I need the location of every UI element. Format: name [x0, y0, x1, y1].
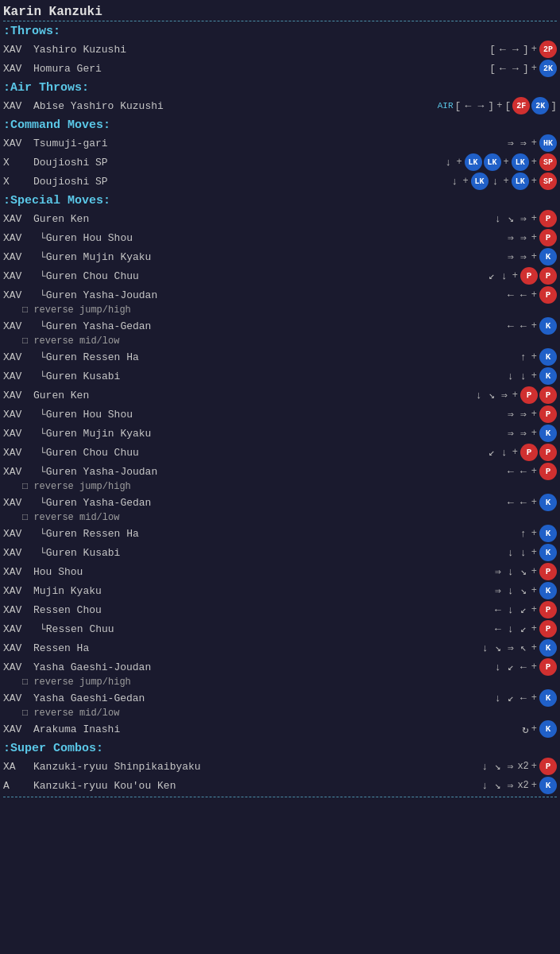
move-name: └Guren Yasha-Joudan — [33, 289, 157, 301]
section-throws: :Throws: XAV Yashiro Kuzushi [ ← → ] + 2… — [3, 25, 557, 78]
btn-P: P — [520, 267, 538, 285]
move-name: └Guren Chou Chuu — [33, 447, 139, 459]
bracket: [ — [489, 44, 496, 56]
move-name: └Guren Chou Chuu — [33, 270, 139, 282]
table-row: XAV└Guren Yasha-Joudan ←←+P — [3, 462, 557, 481]
btn-K: K — [539, 525, 557, 542]
special-moves-header: :Special Moves: — [3, 194, 557, 207]
table-row: XAKanzuki-ryuu Shinpikaibyaku ↓↘⇒ x2 + P — [3, 757, 557, 776]
air-throws-header: :Air Throws: — [3, 81, 557, 95]
table-row: AKanzuki-ryuu Kou'ou Ken ↓↘⇒ x2 + K — [3, 776, 557, 795]
bracket: ] — [523, 63, 529, 75]
btn-K: K — [539, 425, 557, 442]
version: XAV — [3, 100, 33, 112]
version: XAV — [3, 623, 33, 635]
btn-HK: HK — [539, 134, 557, 152]
note: □ reverse jump/high — [3, 677, 557, 688]
bracket: ] — [523, 44, 529, 56]
x2-label: x2 — [517, 780, 528, 791]
table-row: XAV└Ressen Chuu ←↓↙+P — [3, 619, 557, 638]
move-left: XAV Homura Geri — [3, 63, 489, 75]
dir-fwd: → — [510, 63, 521, 75]
move-left: X Doujioshi SP — [3, 176, 449, 188]
move-name: Doujioshi SP — [33, 157, 108, 169]
move-name: └Guren Ressen Ha — [33, 351, 139, 363]
move-name: Abise Yashiro Kuzushi — [33, 100, 164, 112]
btn-K: K — [539, 639, 557, 657]
move-name: └Guren Hou Shou — [33, 232, 133, 244]
move-name: Hou Shou — [33, 566, 83, 578]
version: XAV — [3, 351, 33, 363]
move-input: ↓ + LK ↓ + LK + SP — [449, 173, 557, 190]
version: XAV — [3, 528, 33, 540]
x2-label: x2 — [517, 761, 528, 772]
move-input: ←←+K — [505, 494, 557, 511]
version: XAV — [3, 428, 33, 440]
move-input: ↙↓+PP — [486, 267, 557, 285]
move-input: ↓↘⇒ x2 + P — [479, 758, 557, 775]
btn-2P: 2F — [512, 97, 530, 114]
version: XAV — [3, 497, 33, 509]
btn-K: K — [539, 248, 557, 266]
move-name: └Guren Kusabi — [33, 370, 120, 382]
move-name: └Guren Yasha-Gedan — [33, 497, 151, 509]
bracket: ] — [488, 100, 494, 112]
dir-fwd: → — [475, 100, 486, 112]
table-row: X Doujioshi SP ↓ + LK LK + LK + SP — [3, 153, 557, 172]
bracket: ] — [550, 100, 557, 112]
version: XAV — [3, 409, 33, 421]
table-row: XAV└Guren Hou Shou ⇒⇒+P — [3, 228, 557, 247]
btn-2K: 2K — [531, 97, 549, 114]
move-input: ↑+K — [518, 348, 557, 366]
btn-P2: P — [539, 386, 557, 404]
table-row: XAV Tsumuji-gari ⇒ ⇒ + HK — [3, 134, 557, 153]
dir-fwd: → — [510, 44, 521, 56]
table-row: XAV└Guren Kusabi ↓↓+K — [3, 543, 557, 562]
section-command-moves: :Command Moves: XAV Tsumuji-gari ⇒ ⇒ + H… — [3, 118, 557, 191]
move-left: XAV Yashiro Kuzushi — [3, 44, 489, 56]
version: XAV — [3, 566, 33, 578]
version: XAV — [3, 692, 33, 704]
version: XAV — [3, 138, 33, 149]
note: □ reverse mid/low — [3, 335, 557, 347]
btn-K: K — [539, 367, 557, 385]
move-input: [ ← → ] + 2P — [489, 41, 557, 58]
move-left: XAV Abise Yashiro Kuzushi — [3, 100, 438, 112]
plus: + — [504, 176, 509, 187]
plus: + — [462, 176, 468, 187]
table-row: XAV└Guren Ressen Ha ↑+K — [3, 524, 557, 543]
plus: + — [531, 138, 537, 149]
plus: + — [531, 63, 537, 74]
version: XAV — [3, 547, 33, 559]
bracket: [ — [455, 100, 462, 112]
move-input: ↻+K — [522, 720, 557, 738]
table-row: XAV└Guren Hou Shou ⇒⇒+P — [3, 405, 557, 424]
dir-back: ← — [462, 100, 473, 112]
move-input: ↓↓+K — [505, 367, 557, 385]
move-name: Kanzuki-ryuu Kou'ou Ken — [33, 780, 176, 792]
move-input: ←←+K — [505, 317, 557, 335]
bracket: [ — [489, 63, 496, 75]
table-row: XAV└Guren Ressen Ha ↑+K — [3, 347, 557, 366]
move-name: Tsumuji-gari — [33, 138, 108, 149]
version: XAV — [3, 320, 33, 332]
btn-P: P — [539, 620, 557, 638]
version: XA — [3, 761, 33, 773]
table-row: XAVMujin Kyaku ⇒↓↘+K — [3, 581, 557, 600]
move-left: XAV Tsumuji-gari — [3, 138, 505, 149]
move-left: X Doujioshi SP — [3, 157, 442, 169]
table-row: XAV└Guren Yasha-Gedan ←←+K — [3, 493, 557, 512]
btn-P2: P — [539, 444, 557, 461]
btn-2P: 2P — [539, 41, 557, 58]
btn-LK: LK — [471, 173, 489, 190]
move-name: Yasha Gaeshi-Joudan — [33, 661, 151, 673]
title: Karin Kanzuki — [3, 5, 557, 19]
table-row: XAVGuren Ken ↓↘⇒+P — [3, 209, 557, 228]
air-label: AIR — [438, 101, 454, 111]
note: □ reverse jump/high — [3, 481, 557, 492]
move-input: ↓↘⇒↖+K — [480, 639, 557, 657]
version: XAV — [3, 661, 33, 673]
table-row: XAV└Guren Mujin Kyaku ⇒⇒+K — [3, 247, 557, 266]
table-row: X Doujioshi SP ↓ + LK ↓ + LK + SP — [3, 172, 557, 191]
version: XAV — [3, 370, 33, 382]
